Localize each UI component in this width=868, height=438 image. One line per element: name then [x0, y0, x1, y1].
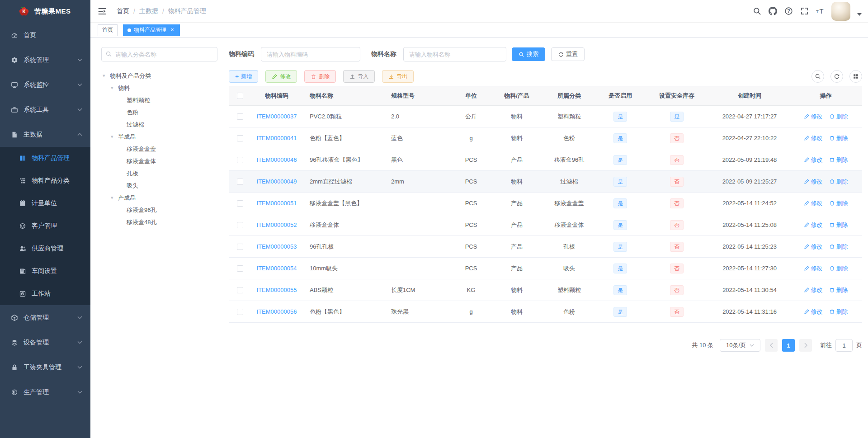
prev-page-button[interactable] [765, 339, 778, 352]
edit-row-link[interactable]: 修改 [804, 199, 823, 207]
material-code-link[interactable]: ITEM00000051 [257, 200, 297, 207]
tab-material-product-management[interactable]: 物料产品管理 × [123, 24, 180, 36]
tree-node[interactable]: 移液盒96孔 [101, 204, 217, 216]
help-icon[interactable]: ? [784, 7, 793, 16]
edit-row-link[interactable]: 修改 [804, 308, 823, 316]
delete-row-link[interactable]: 删除 [829, 286, 848, 294]
tree-node[interactable]: 移液盒盒盖 [101, 143, 217, 155]
table-refresh-button[interactable] [830, 70, 843, 83]
tab-home[interactable]: 首页 [98, 24, 118, 36]
delete-row-link[interactable]: 删除 [829, 264, 848, 273]
material-code-link[interactable]: ITEM00000056 [257, 308, 297, 315]
edit-row-link[interactable]: 修改 [804, 113, 823, 121]
edit-row-link[interactable]: 修改 [804, 243, 823, 251]
tree-node[interactable]: ▾ 产成品 [101, 192, 217, 204]
delete-button[interactable]: 删除 [304, 70, 336, 83]
search-button[interactable]: 搜索 [512, 47, 545, 61]
sidebar-item-system-monitor[interactable]: 系统监控 [0, 72, 90, 97]
sidebar-item-customer-management[interactable]: 客户管理 [0, 215, 90, 237]
material-code-link[interactable]: ITEM00000055 [257, 287, 297, 293]
edit-row-link[interactable]: 修改 [804, 178, 823, 186]
sidebar-item-production-management[interactable]: 生产管理 [0, 380, 90, 405]
material-code-link[interactable]: ITEM00000037 [257, 113, 297, 120]
material-code-link[interactable]: ITEM00000046 [257, 156, 297, 163]
breadcrumb-master-data[interactable]: 主数据 [139, 7, 158, 15]
sidebar-item-equipment-management[interactable]: 设备管理 [0, 330, 90, 355]
tree-node[interactable]: ▾ 半成品 [101, 131, 217, 143]
material-name-input[interactable] [403, 47, 506, 61]
github-icon[interactable] [768, 7, 777, 16]
category-search-input[interactable] [101, 47, 217, 61]
sidebar-item-material-product-category[interactable]: 物料产品分类 [0, 170, 90, 192]
edit-row-link[interactable]: 修改 [804, 134, 823, 142]
row-checkbox[interactable] [237, 179, 243, 185]
sidebar-item-home[interactable]: 首页 [0, 23, 90, 47]
fullscreen-icon[interactable] [800, 7, 809, 16]
sidebar-item-system-tools[interactable]: 系统工具 [0, 97, 90, 122]
tree-node[interactable]: 孔板 [101, 167, 217, 179]
add-button[interactable]: + 新增 [229, 70, 258, 83]
row-checkbox[interactable] [237, 135, 243, 141]
material-code-link[interactable]: ITEM00000054 [257, 265, 297, 272]
tree-node[interactable]: ▾ 物料 [101, 82, 217, 94]
table-columns-button[interactable] [849, 70, 862, 83]
edit-row-link[interactable]: 修改 [804, 264, 823, 273]
sidebar-item-fixture-management[interactable]: 工装夹具管理 [0, 355, 90, 380]
row-checkbox[interactable] [237, 157, 243, 163]
tab-close-icon[interactable]: × [169, 27, 175, 33]
sidebar-item-material-product-management[interactable]: 物料产品管理 [0, 147, 90, 170]
row-checkbox[interactable] [237, 287, 243, 293]
sidebar-item-system-management[interactable]: 系统管理 [0, 47, 90, 72]
search-icon[interactable] [752, 7, 761, 16]
row-checkbox[interactable] [237, 265, 243, 272]
breadcrumb-home[interactable]: 首页 [117, 7, 129, 15]
material-code-link[interactable]: ITEM00000049 [257, 178, 297, 185]
edit-row-link[interactable]: 修改 [804, 221, 823, 229]
sidebar-toggle-icon[interactable] [98, 7, 107, 16]
export-button[interactable]: 导出 [382, 70, 414, 83]
tree-node[interactable]: 移液盒盒体 [101, 155, 217, 167]
tree-node[interactable]: 色粉 [101, 106, 217, 118]
sidebar-item-workstation[interactable]: 工作站 [0, 283, 90, 305]
tree-node[interactable]: 移液盒48孔 [101, 216, 217, 228]
tree-node[interactable]: 塑料颗粒 [101, 94, 217, 106]
delete-row-link[interactable]: 删除 [829, 134, 848, 142]
user-menu-caret-icon[interactable] [857, 13, 862, 16]
next-page-button[interactable] [799, 339, 812, 352]
goto-page-input[interactable] [835, 339, 853, 352]
current-page-button[interactable]: 1 [782, 339, 795, 352]
material-code-input[interactable] [261, 47, 360, 61]
delete-row-link[interactable]: 删除 [829, 221, 848, 229]
delete-row-link[interactable]: 删除 [829, 243, 848, 251]
edit-row-link[interactable]: 修改 [804, 156, 823, 164]
row-checkbox[interactable] [237, 309, 243, 315]
delete-row-link[interactable]: 删除 [829, 308, 848, 316]
sidebar-item-warehouse-management[interactable]: 仓储管理 [0, 305, 90, 330]
sidebar-item-workshop-settings[interactable]: 车间设置 [0, 260, 90, 283]
edit-button[interactable]: 修改 [265, 70, 297, 83]
row-checkbox[interactable] [237, 244, 243, 250]
row-checkbox[interactable] [237, 200, 243, 207]
sidebar-item-supplier-management[interactable]: 供应商管理 [0, 237, 90, 260]
delete-row-link[interactable]: 删除 [829, 178, 848, 186]
import-button[interactable]: 导入 [343, 70, 375, 83]
material-code-link[interactable]: ITEM00000052 [257, 221, 297, 228]
tree-node[interactable]: 过滤棉 [101, 118, 217, 131]
delete-row-link[interactable]: 删除 [829, 156, 848, 164]
delete-row-link[interactable]: 删除 [829, 199, 848, 207]
tree-node[interactable]: 吸头 [101, 179, 217, 192]
row-checkbox[interactable] [237, 222, 243, 228]
tree-node[interactable]: ▾ 物料及产品分类 [101, 70, 217, 82]
material-code-link[interactable]: ITEM00000053 [257, 243, 297, 250]
user-avatar[interactable] [831, 2, 850, 21]
sidebar-item-measurement-unit[interactable]: 计量单位 [0, 192, 90, 215]
table-search-toggle-button[interactable] [811, 70, 824, 83]
sidebar-item-master-data[interactable]: 主数据 [0, 122, 90, 147]
page-size-select[interactable]: 10条/页 [720, 339, 760, 352]
material-code-link[interactable]: ITEM00000041 [257, 135, 297, 141]
delete-row-link[interactable]: 删除 [829, 113, 848, 121]
row-checkbox[interactable] [237, 113, 243, 120]
font-size-icon[interactable]: TT [816, 7, 825, 16]
select-all-checkbox[interactable] [237, 93, 243, 99]
reset-button[interactable]: 重置 [551, 47, 585, 61]
